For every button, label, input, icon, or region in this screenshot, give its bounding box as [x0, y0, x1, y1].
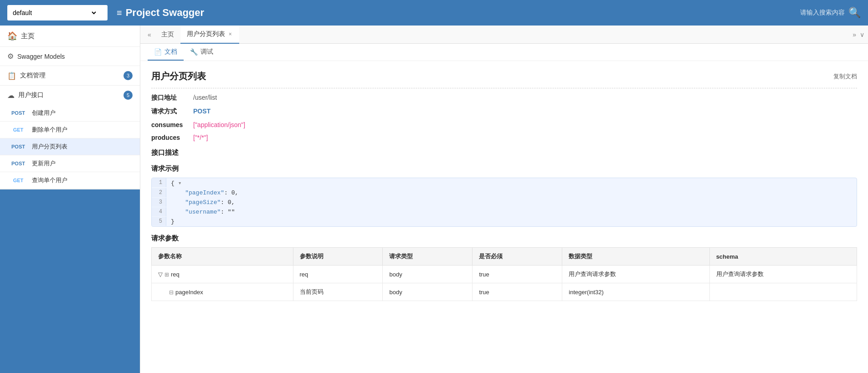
sidebar-item-user-api[interactable]: ☁ 用户接口 5	[0, 86, 140, 105]
sidebar-item-swagger-models[interactable]: ⚙ Swagger Models	[0, 47, 140, 66]
param-desc-cell: req	[293, 266, 383, 283]
inner-tab-label: 调试	[200, 48, 213, 56]
doc-api-url-row: 接口地址 /user/list	[151, 94, 857, 102]
code-line-content: "pageSize": 0,	[166, 198, 239, 207]
swagger-models-label: Swagger Models	[17, 53, 133, 60]
table-header: 数据类型	[562, 248, 709, 266]
search-area: 请输入搜索内容 🔍	[800, 7, 861, 19]
sidebar-section-doc-mgmt: 📋 文档管理 3	[0, 66, 140, 86]
table-row: ⊟pageIndex当前页码bodytrueinteger(int32)	[152, 283, 857, 301]
param-req-type-cell: body	[383, 266, 473, 283]
code-line: 2 "pageIndex": 0,	[152, 188, 857, 198]
param-schema-cell: 用户查询请求参数	[709, 266, 857, 283]
params-table: 参数名称参数说明请求类型是否必须数据类型schema▽⊞reqreqbodytr…	[151, 247, 857, 301]
method-label: 请求方式	[151, 107, 188, 116]
doc-divider-1	[151, 88, 857, 88]
inner-tab-label: 文档	[164, 48, 177, 56]
code-line: 1{ ▾	[152, 178, 857, 188]
sidebar-api-item[interactable]: GET查询单个用户	[0, 172, 140, 189]
code-line: 4 "username": ""	[152, 207, 857, 217]
api-name-label: 更新用户	[32, 159, 56, 168]
sidebar-api-item[interactable]: POST创建用户	[0, 105, 140, 122]
tab-expand-down-btn[interactable]: ∨	[860, 31, 864, 38]
collapse-sidebar-btn[interactable]: «	[144, 29, 155, 40]
table-header: schema	[709, 248, 857, 266]
logo-icon: ≡	[117, 8, 122, 18]
api-list: POST创建用户GET删除单个用户POST用户分页列表POST更新用户GET查询…	[0, 105, 140, 189]
doc-title-bar: 用户分页列表 复制文档	[151, 70, 857, 82]
table-header: 参数名称	[152, 248, 293, 266]
sidebar-item-doc-mgmt[interactable]: 📋 文档管理 3	[0, 66, 140, 85]
app-title: Project Swagger	[126, 7, 204, 19]
sidebar-api-item[interactable]: POST用户分页列表	[0, 138, 140, 155]
tab-close-btn[interactable]: ×	[228, 31, 233, 37]
code-line-number: 1	[152, 178, 166, 187]
api-name-label: 创建用户	[32, 109, 56, 117]
content-area: « 主页 用户分页列表 × » ∨ 📄文档🔧调试 用户分页列表 复制文档 接口地…	[140, 26, 868, 373]
table-header: 参数说明	[293, 248, 383, 266]
param-data-type-cell: 用户查询请求参数	[562, 266, 709, 283]
doc-content: 用户分页列表 复制文档 接口地址 /user/list 请求方式 POST co…	[140, 61, 868, 373]
consumes-value: ["application/json"]	[193, 121, 245, 128]
desc-section-title: 接口描述	[151, 148, 857, 157]
sidebar-bottom-fill	[0, 189, 140, 373]
param-data-type-cell: integer(int32)	[562, 283, 709, 301]
sidebar-item-home[interactable]: 🏠 主页	[0, 26, 140, 47]
table-header: 是否必须	[473, 248, 562, 266]
sidebar: 🏠 主页 ⚙ Swagger Models 📋 文档管理 3 ☁ 用户接口 5	[0, 26, 140, 373]
search-placeholder-text: 请输入搜索内容	[800, 9, 845, 17]
inner-tab-文档[interactable]: 📄文档	[148, 44, 184, 61]
request-example-title: 请求示例	[151, 164, 857, 173]
code-line-number: 3	[152, 198, 166, 207]
api-url-value: /user/list	[193, 94, 217, 101]
code-line-content: "username": ""	[166, 207, 239, 217]
produces-value: ["*/*"]	[193, 134, 208, 141]
sidebar-api-item[interactable]: POST更新用户	[0, 155, 140, 172]
param-icon: ⊟	[169, 289, 174, 296]
code-line-number: 2	[152, 188, 166, 197]
tab-bar: « 主页 用户分页列表 × » ∨	[140, 26, 868, 44]
project-select[interactable]: default	[11, 9, 98, 17]
sidebar-api-item[interactable]: GET删除单个用户	[0, 122, 140, 138]
code-line-content: { ▾	[166, 178, 186, 188]
doc-mgmt-label: 文档管理	[20, 72, 120, 80]
code-line-number: 5	[152, 217, 166, 226]
doc-mgmt-icon: 📋	[7, 72, 16, 80]
method-badge-post: POST	[9, 143, 27, 150]
code-line: 5}	[152, 217, 857, 226]
tab-active-label: 用户分页列表	[187, 30, 225, 38]
tab-active[interactable]: 用户分页列表 ×	[180, 26, 239, 44]
api-name-label: 查询单个用户	[32, 176, 67, 184]
header: default ≡ Project Swagger 请输入搜索内容 🔍	[0, 0, 868, 26]
user-api-badge: 5	[123, 91, 133, 100]
param-icon: ⊞	[164, 271, 169, 278]
project-select-wrap[interactable]: default	[7, 5, 108, 20]
api-name-label: 用户分页列表	[32, 143, 67, 151]
copy-doc-btn[interactable]: 复制文档	[833, 72, 857, 81]
inner-tab-调试[interactable]: 🔧调试	[184, 44, 220, 61]
api-url-label: 接口地址	[151, 94, 188, 102]
logo-area: ≡ Project Swagger	[117, 7, 800, 19]
sidebar-section-swagger-models: ⚙ Swagger Models	[0, 47, 140, 66]
tab-expand-right-btn[interactable]: »	[853, 31, 856, 38]
request-params-title: 请求参数	[151, 234, 857, 243]
code-line-content: "pageIndex": 0,	[166, 188, 243, 198]
search-icon[interactable]: 🔍	[848, 7, 861, 19]
expand-icon[interactable]: ▽	[158, 271, 163, 278]
method-badge-get: GET	[9, 126, 27, 133]
param-required-cell: true	[473, 283, 562, 301]
param-req-type-cell: body	[383, 283, 473, 301]
inner-tab-bar: 📄文档🔧调试	[140, 44, 868, 61]
doc-consumes-row: consumes ["application/json"]	[151, 121, 857, 128]
table-header: 请求类型	[383, 248, 473, 266]
swagger-models-icon: ⚙	[7, 52, 14, 61]
param-name-cell: ⊟pageIndex	[152, 283, 293, 301]
home-icon: 🏠	[7, 31, 17, 41]
doc-mgmt-badge: 3	[123, 71, 133, 80]
tab-home[interactable]: 主页	[155, 26, 180, 44]
inner-tab-icon: 🔧	[190, 48, 198, 56]
param-name-cell: ▽⊞req	[152, 266, 293, 283]
doc-title: 用户分页列表	[151, 70, 206, 82]
sidebar-home-label: 主页	[21, 32, 35, 41]
param-desc-cell: 当前页码	[293, 283, 383, 301]
